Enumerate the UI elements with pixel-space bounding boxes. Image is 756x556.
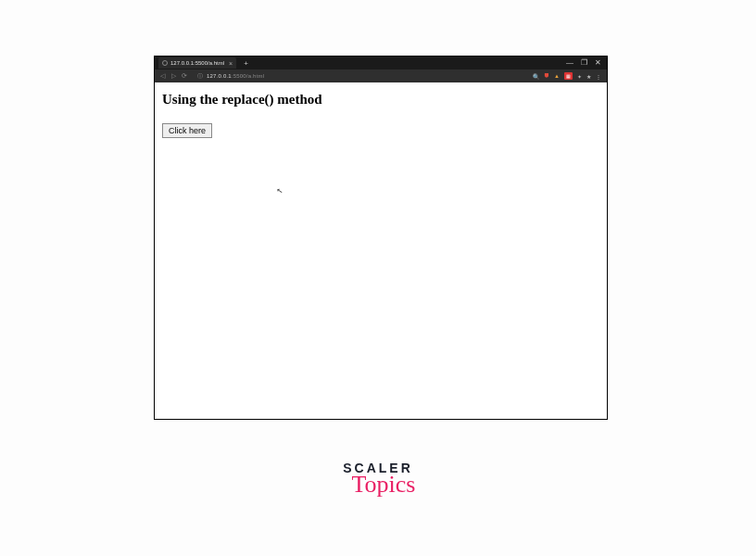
shield-icon[interactable]: ⛊ (544, 73, 549, 79)
maximize-button[interactable]: ❐ (581, 59, 587, 67)
forward-button[interactable]: ▷ (170, 72, 177, 80)
brand-logo: SCALER Topics (343, 461, 413, 497)
search-icon[interactable]: 🔍 (533, 73, 539, 80)
extension-icon[interactable]: ▦ (564, 72, 573, 80)
page-content: Using the replace() method Click here ↖ (155, 82, 607, 419)
close-button[interactable]: ✕ (595, 59, 601, 67)
browser-toolbar: ◁ ▷ ⟳ ⓘ 127.0.0.1:5500/a.html 🔍 ⛊ ▲ ▦ ✦ … (155, 70, 607, 82)
tab-title: 127.0.0.1:5500/a.html (170, 60, 224, 66)
menu-icon[interactable]: ⋮ (596, 73, 601, 80)
browser-window: 127.0.0.1:5500/a.html × + — ❐ ✕ ◁ ▷ ⟳ ⓘ … (154, 56, 608, 420)
reload-button[interactable]: ⟳ (181, 72, 188, 80)
browser-tab[interactable]: 127.0.0.1:5500/a.html × (158, 57, 236, 69)
window-controls: — ❐ ✕ (566, 57, 607, 70)
toolbar-right: 🔍 ⛊ ▲ ▦ ✦ ★ ⋮ (533, 72, 603, 80)
brand-subtitle: Topics (348, 473, 419, 497)
address-text: 127.0.0.1:5500/a.html (207, 73, 264, 79)
tab-close-icon[interactable]: × (229, 60, 233, 67)
mouse-cursor-icon: ↖ (276, 185, 284, 195)
click-here-button[interactable]: Click here (162, 123, 212, 138)
minimize-button[interactable]: — (566, 59, 573, 67)
site-info-icon[interactable]: ⓘ (197, 72, 203, 81)
new-tab-button[interactable]: + (244, 59, 248, 68)
back-button[interactable]: ◁ (158, 72, 166, 80)
window-titlebar: 127.0.0.1:5500/a.html × + — ❐ ✕ (155, 57, 607, 70)
page-heading: Using the replace() method (162, 92, 599, 107)
address-host: 127.0.0.1 (207, 73, 232, 79)
alert-icon[interactable]: ▲ (554, 73, 560, 79)
tab-favicon-icon (162, 60, 168, 66)
extensions-puzzle-icon[interactable]: ✦ (577, 73, 582, 80)
address-bar[interactable]: ⓘ 127.0.0.1:5500/a.html (197, 72, 529, 81)
address-path: :5500/a.html (232, 73, 264, 79)
bookmark-star-icon[interactable]: ★ (586, 73, 591, 80)
